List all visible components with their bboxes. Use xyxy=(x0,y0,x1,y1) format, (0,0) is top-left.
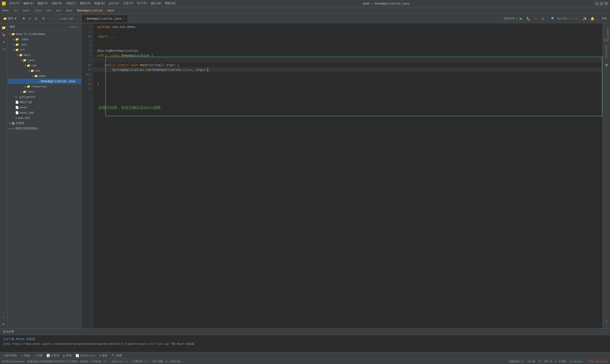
structure-icon[interactable]: ⊞ xyxy=(0,39,7,45)
search-everywhere-btn[interactable]: 🔍 xyxy=(550,15,556,22)
tree-hide-icon[interactable]: – xyxy=(78,25,79,29)
breadcrumb-com[interactable]: com xyxy=(46,9,51,12)
tree-expand-icon[interactable]: ⊞ xyxy=(70,25,71,29)
debug-btn[interactable]: 🐛 xyxy=(525,15,532,22)
menu-file[interactable]: 文件(F) xyxy=(8,1,21,6)
tree-item-main[interactable]: ▼ 📁 main xyxy=(8,52,81,58)
menu-nav[interactable]: 导航(N) xyxy=(50,1,64,6)
breadcrumb-main[interactable]: main xyxy=(23,9,30,12)
bookmark-icon[interactable]: 🔖 xyxy=(0,31,7,38)
collapse-btn[interactable]: ⊟ xyxy=(34,15,39,22)
branch-label[interactable]: ⎇ master xyxy=(569,360,583,363)
breadcrumb-method[interactable]: main xyxy=(107,9,114,12)
coverage-btn[interactable]: 🛡 xyxy=(533,15,539,22)
tree-item-src[interactable]: ▼ 📁 src xyxy=(8,47,81,52)
indent-label[interactable]: 4 个空格 xyxy=(555,360,566,363)
profiler-btn[interactable]: 📊 分析器 xyxy=(46,353,61,358)
add-btn[interactable]: ✚ xyxy=(21,15,26,22)
breadcrumb-demo2[interactable]: demo xyxy=(65,9,72,12)
tree-item-idea[interactable]: ▶ 📁 .idea xyxy=(8,37,81,42)
build-btn[interactable]: 🔨 构建 xyxy=(111,353,123,358)
tree-item-java[interactable]: ▼ 📁 java xyxy=(8,58,81,63)
tab-demo-app-java[interactable]: ☕ DemoApplication.java × xyxy=(81,15,128,22)
breadcrumb-demo[interactable]: demo xyxy=(2,9,9,12)
problems-icon[interactable]: ⚠ xyxy=(0,313,7,320)
fold-arrow-11[interactable]: ▶ xyxy=(87,73,88,76)
maven-btn[interactable]: m xyxy=(604,315,609,327)
tab-pom-xml[interactable]: ◆ pom.xml × xyxy=(57,15,81,22)
encoding-label[interactable]: UTF-8 xyxy=(544,360,552,363)
menu-git[interactable]: Git(G) xyxy=(136,1,149,6)
ai-assistant-panel-btn[interactable]: AI Assistant xyxy=(603,24,610,43)
line-num-7: 7 xyxy=(81,53,93,58)
terminal-btn[interactable]: ▶ 终端 xyxy=(63,353,73,358)
menu-run[interactable]: 运行(U) xyxy=(107,1,121,6)
sync-btn[interactable]: ⟳ xyxy=(27,15,33,22)
menu-code[interactable]: 代码(C) xyxy=(65,1,78,6)
breadcrumb-src[interactable]: src xyxy=(13,9,19,12)
breadcrumb-class[interactable]: DemoApplication xyxy=(77,9,103,12)
tree-settings-icon[interactable]: ⚙ xyxy=(72,25,74,29)
tree-item-gitignore[interactable]: ⚙ .gitignore xyxy=(8,94,81,100)
line-col-label[interactable]: 10:60 xyxy=(527,360,535,363)
hide-process-link[interactable]: 隐藏进程(1) xyxy=(509,360,524,363)
notifications-btn[interactable]: 🔔 xyxy=(589,15,596,22)
more-btn[interactable]: … xyxy=(47,15,53,22)
tree-item-root[interactable]: ▼ 📁 demo E:\Code\demo xyxy=(8,31,81,37)
tree-item-mvn[interactable]: ▶ 📁 .mvn xyxy=(8,42,81,47)
close-button[interactable]: ✕ xyxy=(604,2,608,5)
tree-item-mvnw[interactable]: 📄 mvnw xyxy=(8,105,81,110)
close-btn[interactable]: 关闭 xyxy=(600,15,608,22)
super-convert-btn[interactable]: 超级转换 xyxy=(604,60,609,77)
menu-edit[interactable]: 编辑(E) xyxy=(22,1,36,6)
bottom-panel-close-icon[interactable]: – xyxy=(606,330,607,334)
profiler-label: 分析器 xyxy=(51,353,60,358)
tree-arrow-java: ▼ xyxy=(20,59,23,62)
menu-view[interactable]: 视图(V) xyxy=(36,1,50,6)
tab-close-pom[interactable]: × xyxy=(75,17,78,20)
line-num-10: 10 xyxy=(81,67,93,72)
tree-item-resources[interactable]: ▶ 📁 resources xyxy=(8,84,81,89)
java-icon: ☕ xyxy=(84,17,86,20)
profile-btn[interactable]: ⊕ xyxy=(540,15,546,22)
tree-item-xun[interactable]: ▼ 📁 xun xyxy=(8,68,81,73)
lf-label[interactable]: LF xyxy=(538,360,541,363)
minimize-button[interactable]: ─ xyxy=(595,2,598,5)
tree-item-demo-folder[interactable]: ▼ 📁 demo xyxy=(8,73,81,78)
tree-item-demoapplication[interactable]: ☕ DemoApplication.java xyxy=(8,78,81,84)
fold-arrow-3[interactable]: ▶ xyxy=(90,35,91,38)
tree-item-mvnwcmd[interactable]: 📄 mvnw.cmd xyxy=(8,110,81,115)
run-btn[interactable]: ▶ xyxy=(518,15,524,22)
tree-collapse-icon[interactable]: ⊟ xyxy=(75,25,77,29)
tree-item-com[interactable]: ▼ 📁 com xyxy=(8,63,81,68)
statistic-btn[interactable]: 📈 Statistic xyxy=(75,354,96,357)
breadcrumb-java[interactable]: java xyxy=(35,9,41,12)
ai-assistant-btn[interactable]: ✨ xyxy=(581,15,588,22)
menu-window[interactable]: 窗口(W) xyxy=(149,1,163,6)
maximize-button[interactable]: □ xyxy=(599,2,603,5)
tree-item-external[interactable]: ▶ 📚 外部库 xyxy=(8,120,81,126)
services-btn[interactable]: ⚙ 服务 xyxy=(98,353,109,358)
todo-btn[interactable]: ✓ TODO xyxy=(20,354,31,357)
problems-btn[interactable]: ⚠ 问题 xyxy=(33,353,43,358)
fold-arrow-9[interactable]: ▶ xyxy=(88,64,90,66)
tab-close-demo[interactable]: × xyxy=(122,17,125,20)
jclasslib-btn[interactable]: jClassLib xyxy=(604,43,609,60)
tree-item-temp[interactable]: ▶ 🗂 临时文件和控制台 xyxy=(8,126,81,131)
terminal-icon-left[interactable]: ▶ xyxy=(0,321,7,327)
menu-help[interactable]: 帮助(H) xyxy=(163,1,177,6)
settings-btn[interactable]: ⚙ xyxy=(41,15,46,22)
tree-item-pomxml[interactable]: ◆ pom.xml xyxy=(8,115,81,120)
tree-item-test[interactable]: ▶ 📁 test xyxy=(8,89,81,94)
project-view-icon[interactable]: 📁 xyxy=(0,24,7,31)
tree-item-helpmd[interactable]: 📄 HELP.md xyxy=(8,100,81,105)
breadcrumb-xun[interactable]: xun xyxy=(56,9,61,12)
version-control-btn[interactable]: ⊙ 版本控制 xyxy=(2,353,18,358)
menu-refactor[interactable]: 重构(R) xyxy=(79,1,92,6)
menu-tools[interactable]: 工具(T) xyxy=(121,1,135,6)
git-view-icon[interactable]: ⎇ xyxy=(0,46,7,52)
code-editor[interactable]: 1 2 3 ▶ 4 5 6 7 8 ▶9 10 ▶11 12 13 xyxy=(81,23,602,328)
project-dropdown-btn[interactable]: 📁 项目 ▼ xyxy=(2,15,18,22)
menu-build[interactable]: 构建(B) xyxy=(93,1,107,6)
code-content[interactable]: package com.xun.demo; import ... @Spring… xyxy=(93,23,602,328)
